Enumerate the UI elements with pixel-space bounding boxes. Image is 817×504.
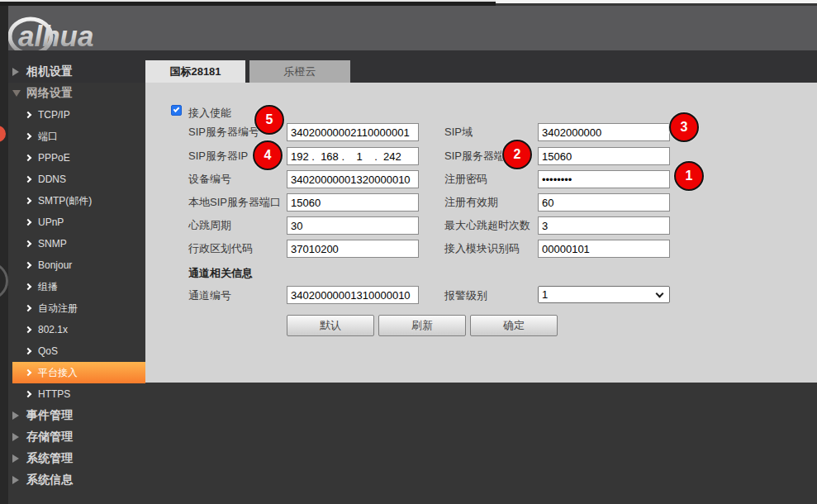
sidebar-item-label: 端口 [38, 130, 58, 144]
chevron-right-icon [25, 305, 31, 311]
channel-section-header: 通道相关信息 [188, 266, 253, 281]
sidebar-group-label: 事件管理 [26, 408, 73, 423]
input-heartbeat-period[interactable] [287, 216, 419, 235]
tab-gb28181[interactable]: 国标28181 [145, 60, 245, 83]
sidebar-item-qos[interactable]: QoS [12, 340, 145, 362]
chevron-right-icon [25, 348, 31, 354]
sidebar-item-platform-access[interactable]: 平台接入 [12, 362, 145, 383]
logo-wordmark: alhua [18, 20, 93, 52]
annotation-mark-4: 4 [253, 140, 283, 170]
sidebar-item-autoregister[interactable]: 自动注册 [12, 297, 145, 319]
sidebar-item-https[interactable]: HTTPS [12, 383, 145, 405]
annotation-mark-2: 2 [502, 140, 532, 169]
input-channel-id[interactable] [287, 286, 419, 304]
sidebar-item-multicast[interactable]: 组播 [12, 276, 145, 297]
sidebar-item-ddns[interactable]: DDNS [12, 169, 145, 190]
label-admin-region-code: 行政区划代码 [188, 242, 253, 255]
sidebar-group-camera[interactable]: 相机设置 [12, 61, 145, 83]
sidebar-group-system[interactable]: 系统管理 [12, 448, 145, 469]
label-max-heartbeat-timeout: 最大心跳超时次数 [444, 219, 530, 232]
sidebar-group-sysinfo[interactable]: 系统信息 [12, 469, 145, 491]
sidebar-item-label: 自动注册 [38, 302, 78, 316]
collapsed-triangle-icon [12, 454, 19, 463]
check-icon [173, 106, 180, 112]
chevron-right-icon [25, 133, 31, 140]
sidebar-item-label: UPnP [38, 216, 64, 228]
input-access-module-id[interactable] [538, 240, 670, 258]
alarm-level-select[interactable]: 1 [538, 286, 670, 303]
sidebar-item-label: HTTPS [38, 388, 70, 400]
sidebar-group-label: 存储管理 [26, 430, 73, 445]
input-sip-domain[interactable] [538, 123, 670, 141]
sidebar-item-label: SMTP(邮件) [38, 194, 92, 208]
sidebar-item-snmp[interactable]: SNMP [12, 233, 145, 254]
enable-access-checkbox[interactable] [171, 105, 182, 116]
annotation-mark-1: 1 [674, 161, 704, 191]
label-alarm-level: 报警级别 [444, 289, 487, 302]
refresh-button[interactable]: 刷新 [378, 315, 466, 336]
sidebar-group-label: 系统管理 [26, 451, 73, 466]
window-top-white-strip [496, 0, 817, 3]
sidebar-group-event[interactable]: 事件管理 [12, 405, 145, 426]
label-register-validity: 注册有效期 [444, 196, 498, 209]
sidebar-item-label: DDNS [38, 174, 66, 185]
sidebar-item-8021x[interactable]: 802.1x [12, 319, 145, 340]
input-device-id[interactable] [287, 170, 419, 188]
annotation-mark-3: 3 [669, 112, 699, 142]
sidebar-item-label: TCP/IP [38, 109, 70, 121]
collapsed-triangle-icon [12, 476, 19, 484]
sidebar-group-label: 相机设置 [26, 64, 73, 79]
input-admin-region-code[interactable] [287, 240, 419, 258]
chevron-right-icon [25, 112, 31, 118]
label-sip-server-id: SIP服务器编号 [188, 126, 259, 139]
chevron-right-icon [25, 326, 31, 333]
input-sip-server-ip[interactable] [287, 147, 419, 165]
left-edge-strip [0, 6, 8, 504]
chevron-right-icon [25, 283, 31, 290]
label-local-sip-port: 本地SIP服务器端口 [188, 196, 281, 209]
sidebar-group-label: 系统信息 [26, 473, 73, 487]
tab-label: 国标28181 [169, 64, 221, 79]
collapsed-triangle-icon [12, 68, 19, 76]
default-button[interactable]: 默认 [287, 315, 374, 336]
sidebar-item-label: 802.1x [38, 324, 68, 335]
chevron-down-icon [656, 290, 664, 298]
sidebar-item-label: QoS [38, 345, 58, 357]
app-window: alhua TECHNOLOGY 相机设置 网络设置 事件管理 存储管理 系统管… [0, 0, 817, 504]
input-sip-server-id[interactable] [287, 123, 419, 141]
sidebar-item-bonjour[interactable]: Bonjour [12, 254, 145, 276]
collapsed-triangle-icon [12, 433, 19, 441]
sidebar-group-storage[interactable]: 存储管理 [12, 426, 145, 448]
expanded-triangle-icon [12, 90, 21, 97]
annotation-mark-5: 5 [254, 105, 284, 135]
chevron-right-icon [25, 176, 31, 183]
sidebar-item-port[interactable]: 端口 [12, 126, 145, 147]
label-register-password: 注册密码 [444, 173, 487, 186]
chevron-right-icon [25, 219, 31, 226]
input-max-heartbeat-timeout[interactable] [538, 216, 670, 235]
sidebar-group-network[interactable]: 网络设置 [12, 83, 145, 104]
label-sip-server-ip: SIP服务器IP [188, 150, 248, 163]
sidebar-item-smtp[interactable]: SMTP(邮件) [12, 190, 145, 212]
chevron-right-icon [25, 369, 31, 376]
alarm-level-value: 1 [542, 288, 548, 301]
chevron-right-icon [25, 262, 31, 269]
sidebar-item-tcpip[interactable]: TCP/IP [12, 104, 145, 126]
sidebar-item-pppoe[interactable]: PPPoE [12, 147, 145, 169]
sidebar-item-label: Bonjour [38, 259, 72, 271]
label-heartbeat-period: 心跳周期 [188, 219, 231, 232]
tab-lechengyun[interactable]: 乐橙云 [249, 60, 350, 83]
input-register-validity[interactable] [538, 193, 670, 212]
input-local-sip-port[interactable] [287, 193, 419, 212]
sidebar-item-label: 平台接入 [38, 366, 78, 380]
tab-label: 乐橙云 [284, 64, 316, 79]
sidebar-item-upnp[interactable]: UPnP [12, 212, 145, 233]
chevron-right-icon [25, 391, 31, 397]
label-channel-id: 通道编号 [188, 289, 231, 302]
input-register-password[interactable] [538, 170, 670, 188]
sidebar-item-label: SNMP [38, 238, 67, 250]
confirm-button[interactable]: 确定 [470, 315, 558, 336]
chevron-right-icon [25, 197, 31, 204]
sidebar-group-label: 网络设置 [26, 86, 73, 101]
input-sip-server-port[interactable] [538, 147, 670, 165]
